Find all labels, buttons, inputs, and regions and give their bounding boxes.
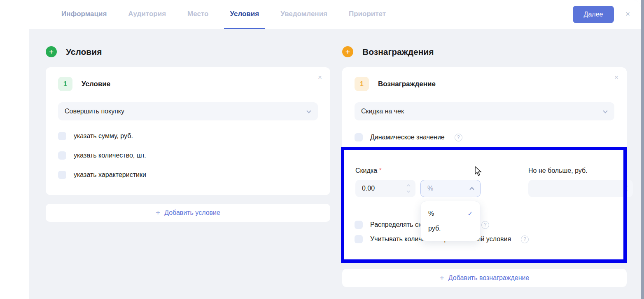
tab-label: Приоритет — [349, 10, 386, 18]
required-asterisk: * — [379, 167, 382, 174]
condition-card-header: 1 Условие — [58, 77, 110, 91]
tab-label: Место — [187, 10, 208, 18]
reward-card-title: Вознаграждение — [378, 80, 436, 88]
campaign-modal: Информация Аудитория Место Условия Уведо… — [29, 0, 641, 299]
reward-close-icon[interactable]: × — [614, 74, 618, 81]
step-tabs: Информация Аудитория Место Условия Уведо… — [56, 0, 401, 29]
condition-checkbox-row: указать характеристики — [58, 171, 146, 179]
discount-amount-input[interactable]: 0.00 — [355, 180, 415, 197]
add-reward-button[interactable]: + Добавить вознаграждение — [342, 269, 627, 287]
amount-stepper — [407, 185, 410, 192]
tab-place[interactable]: Место — [182, 0, 214, 29]
tab-audience[interactable]: Аудитория — [122, 0, 172, 29]
discount-unit-value: % — [427, 185, 433, 192]
campaign-editor-page: Информация Аудитория Место Условия Уведо… — [0, 0, 644, 299]
reward-index-badge: 1 — [355, 77, 369, 91]
dynamic-value-label: Динамическое значение — [370, 134, 445, 141]
chevron-down-icon — [306, 108, 311, 113]
add-condition-circle-icon[interactable]: + — [46, 46, 57, 57]
condition-checkbox-row: указать сумму, руб. — [58, 132, 133, 140]
checkbox-label: указать сумму, руб. — [74, 132, 133, 140]
unit-option-label: руб. — [428, 225, 441, 232]
tab-label: Информация — [61, 10, 107, 18]
modal-topbar: Информация Аудитория Место Условия Уведо… — [29, 0, 641, 29]
max-amount-stepper — [625, 185, 627, 192]
stepper-up-icon[interactable] — [624, 184, 628, 188]
reward-card-header: 1 Вознаграждение — [355, 77, 436, 91]
rewards-section-title: Вознаграждения — [362, 47, 434, 57]
add-condition-button[interactable]: + Добавить условие — [46, 204, 330, 222]
condition-type-select[interactable]: Совершить покупку — [58, 102, 318, 120]
stepper-down-icon[interactable] — [624, 189, 628, 192]
help-icon[interactable]: ? — [521, 235, 529, 243]
checkmark-icon: ✓ — [467, 210, 473, 217]
checkbox-distribute-discount[interactable] — [355, 221, 363, 229]
conditions-section-title: Условия — [66, 47, 102, 57]
reward-type-select[interactable]: Скидка на чек — [355, 102, 614, 120]
chevron-down-icon — [603, 108, 607, 113]
checkbox-label: указать количество, шт. — [74, 152, 146, 159]
help-icon[interactable]: ? — [481, 221, 489, 229]
condition-type-value: Совершить покупку — [65, 108, 124, 115]
max-amount-input[interactable] — [528, 180, 633, 197]
tab-conditions[interactable]: Условия — [224, 0, 265, 29]
tab-label: Аудитория — [128, 10, 166, 18]
checkbox-dynamic-value[interactable] — [355, 133, 363, 141]
checkbox-quantity[interactable] — [58, 151, 66, 160]
dynamic-value-row: Динамическое значение ? — [355, 133, 462, 141]
checkbox-count-triggers[interactable] — [355, 235, 363, 243]
add-reward-label: Добавить вознаграждение — [448, 274, 530, 282]
tab-label: Уведомления — [280, 10, 327, 18]
chevron-up-icon — [469, 187, 474, 191]
checkbox-characteristics[interactable] — [58, 171, 66, 179]
unit-option-label: % — [428, 210, 434, 217]
add-reward-circle-icon[interactable]: + — [342, 46, 353, 57]
unit-option-rub[interactable]: руб. — [421, 221, 480, 236]
condition-index-badge: 1 — [58, 77, 72, 91]
tab-notifications[interactable]: Уведомления — [275, 0, 333, 29]
help-icon[interactable]: ? — [455, 134, 462, 141]
page-scrollbar[interactable] — [641, 0, 644, 299]
condition-card: 1 Условие × Совершить покупку указать су… — [46, 67, 330, 195]
discount-amount-value: 0.00 — [362, 185, 375, 192]
stepper-up-icon[interactable] — [407, 184, 410, 188]
plus-icon: + — [440, 273, 444, 283]
next-button[interactable]: Далее — [573, 6, 614, 23]
discount-label-text: Скидка — [355, 167, 377, 174]
unit-dropdown-menu: % ✓ руб. — [420, 201, 481, 241]
conditions-section-header: + Условия — [46, 46, 102, 57]
discount-label: Скидка * — [355, 167, 382, 174]
reward-card: 1 Вознаграждение × Скидка на чек Динамич… — [342, 67, 627, 263]
condition-card-title: Условие — [82, 80, 110, 88]
rewards-section-header: + Вознаграждения — [342, 46, 434, 57]
unit-option-percent[interactable]: % ✓ — [421, 206, 480, 221]
tab-label: Условия — [230, 10, 259, 18]
tab-information[interactable]: Информация — [56, 0, 112, 29]
checkbox-sum[interactable] — [58, 132, 66, 140]
max-amount-label: Но не больше, руб. — [528, 167, 588, 174]
tab-priority[interactable]: Приоритет — [343, 0, 392, 29]
modal-close-icon[interactable]: × — [625, 10, 630, 18]
discount-unit-select[interactable]: % — [420, 180, 481, 197]
reward-type-value: Скидка на чек — [361, 108, 404, 115]
condition-checkbox-row: указать количество, шт. — [58, 151, 146, 160]
add-condition-label: Добавить условие — [164, 209, 220, 217]
card-divider — [355, 154, 614, 154]
plus-icon: + — [156, 208, 160, 217]
checkbox-label: указать характеристики — [74, 171, 146, 179]
condition-close-icon[interactable]: × — [318, 74, 322, 81]
stepper-down-icon[interactable] — [407, 189, 410, 192]
